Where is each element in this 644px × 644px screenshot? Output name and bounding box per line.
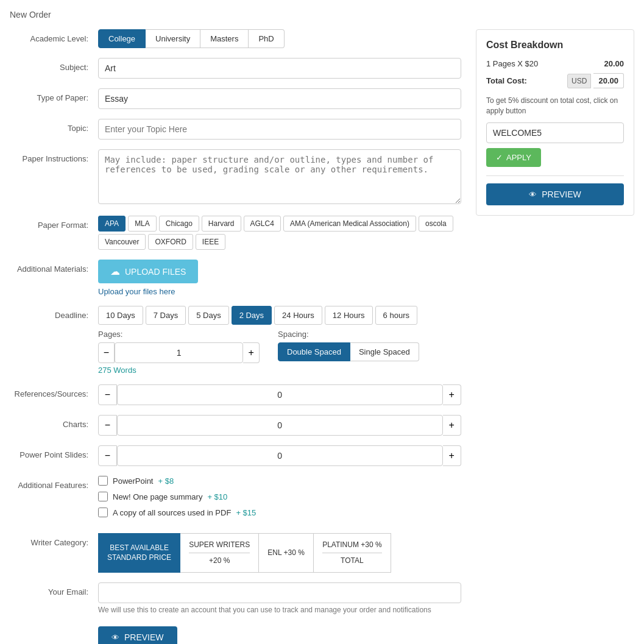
preview-button-main[interactable]: PREVIEW xyxy=(98,626,177,644)
type-of-paper-input[interactable] xyxy=(98,88,461,109)
feature-powerpoint: PowerPoint + $8 xyxy=(98,476,461,486)
cost-breakdown-title: Cost Breakdown xyxy=(486,40,624,51)
charts-input[interactable] xyxy=(117,415,443,436)
pages-input[interactable] xyxy=(115,342,243,363)
writer-enl[interactable]: ENL +30 % xyxy=(259,533,314,573)
writer-best-line2: STANDARD PRICE xyxy=(107,553,171,562)
writer-category-label: Writer Category: xyxy=(10,533,98,547)
charts-counter: − + xyxy=(98,415,461,436)
upload-files-button[interactable]: UPLOAD FILES xyxy=(98,260,198,283)
deadline-5days[interactable]: 5 Days xyxy=(188,306,228,325)
currency-badge: USD xyxy=(567,74,591,88)
page-title: New Order xyxy=(10,10,634,19)
pages-decrement[interactable]: − xyxy=(98,342,115,363)
writer-super-line2: +20 % xyxy=(209,556,230,565)
deadline-label: Deadline: xyxy=(10,306,98,320)
writer-platinum-line1: PLATINUM +30 % xyxy=(322,540,381,549)
feature-powerpoint-checkbox[interactable] xyxy=(98,476,108,486)
topic-label: Topic: xyxy=(10,119,98,133)
spacing-double[interactable]: Double Spaced xyxy=(278,342,350,361)
coupon-input[interactable] xyxy=(486,122,624,143)
paper-instructions-label: Paper Instructions: xyxy=(10,149,98,163)
references-counter: − + xyxy=(98,384,461,405)
spacing-single[interactable]: Single Spaced xyxy=(350,342,419,361)
apply-button[interactable]: APPLY xyxy=(486,148,541,167)
total-cost-label: Total Cost: xyxy=(486,76,527,85)
writer-best[interactable]: BEST AVAILABLE STANDARD PRICE xyxy=(98,533,180,573)
eye-icon-main xyxy=(111,632,119,642)
format-mla[interactable]: MLA xyxy=(128,216,157,232)
references-decrement[interactable]: − xyxy=(98,384,117,405)
sidebar-divider xyxy=(486,175,624,176)
spacing-group: Double Spaced Single Spaced xyxy=(278,342,419,361)
academic-level-phd[interactable]: PhD xyxy=(249,29,284,48)
format-apa[interactable]: APA xyxy=(98,216,126,232)
powerpoint-slides-input[interactable] xyxy=(117,445,443,466)
additional-materials-label: Additional Materials: xyxy=(10,260,98,274)
references-input[interactable] xyxy=(117,384,443,405)
format-oscola[interactable]: oscola xyxy=(419,216,453,232)
additional-features-label: Additional Features: xyxy=(10,476,98,490)
powerpoint-slides-counter: − + xyxy=(98,445,461,466)
subject-label: Subject: xyxy=(10,58,98,72)
deadline-12hours[interactable]: 12 Hours xyxy=(325,306,373,325)
deadline-2days[interactable]: 2 Days xyxy=(232,306,272,325)
feature-pdf-sources-name: A copy of all sources used in PDF xyxy=(113,508,231,517)
academic-level-masters[interactable]: Masters xyxy=(200,29,249,48)
discount-text: To get 5% discount on total cost, click … xyxy=(486,96,624,116)
pages-counter: − + xyxy=(98,342,260,363)
spacing-label: Spacing: xyxy=(278,330,419,339)
topic-input[interactable] xyxy=(98,119,461,140)
feature-pdf-sources-checkbox[interactable] xyxy=(98,508,108,517)
deadline-6hours[interactable]: 6 hours xyxy=(375,306,417,325)
writer-platinum[interactable]: PLATINUM +30 % TOTAL xyxy=(314,533,391,573)
pages-increment[interactable]: + xyxy=(243,342,260,363)
academic-level-college[interactable]: College xyxy=(98,29,146,48)
writer-category-group: BEST AVAILABLE STANDARD PRICE SUPER WRIT… xyxy=(98,533,461,573)
feature-summary-price: + $10 xyxy=(207,492,227,501)
email-input[interactable] xyxy=(98,582,461,603)
email-hint: We will use this to create an account th… xyxy=(98,606,461,614)
writer-super[interactable]: SUPER WRITERS +20 % xyxy=(180,533,259,573)
format-ieee[interactable]: IEEE xyxy=(196,234,225,250)
powerpoint-slides-increment[interactable]: + xyxy=(443,445,461,466)
references-increment[interactable]: + xyxy=(443,384,461,405)
format-aglc4[interactable]: AGLC4 xyxy=(244,216,281,232)
writer-super-line1: SUPER WRITERS xyxy=(189,540,250,549)
feature-pdf-sources: A copy of all sources used in PDF + $15 xyxy=(98,508,461,517)
preview-button-side-label: PREVIEW xyxy=(542,189,581,199)
charts-increment[interactable]: + xyxy=(443,415,461,436)
format-harvard[interactable]: Harvard xyxy=(202,216,241,232)
paper-format-label: Paper Format: xyxy=(10,216,98,230)
charts-decrement[interactable]: − xyxy=(98,415,117,436)
format-oxford[interactable]: OXFORD xyxy=(148,234,193,250)
writer-enl-line1: ENL +30 % xyxy=(267,548,305,557)
academic-level-group: College University Masters PhD xyxy=(98,29,461,48)
deadline-7days[interactable]: 7 Days xyxy=(146,306,186,325)
pages-amount: 20.00 xyxy=(604,59,624,68)
format-vancouver[interactable]: Vancouver xyxy=(98,234,146,250)
feature-powerpoint-price: + $8 xyxy=(158,476,174,486)
total-cost-value: USD 20.00 xyxy=(567,73,624,88)
deadline-10days[interactable]: 10 Days xyxy=(98,306,143,325)
charts-label: Charts: xyxy=(10,415,98,429)
pages-label: Pages: xyxy=(98,330,260,339)
feature-summary-checkbox[interactable] xyxy=(98,492,108,501)
paper-instructions-input[interactable] xyxy=(98,149,461,204)
powerpoint-slides-decrement[interactable]: − xyxy=(98,445,117,466)
cost-breakdown-panel: Cost Breakdown 1 Pages X $20 20.00 Total… xyxy=(476,29,634,216)
upload-link[interactable]: Upload your files here xyxy=(98,287,461,296)
upload-files-label: UPLOAD FILES xyxy=(125,267,186,277)
format-ama[interactable]: AMA (American Medical Association) xyxy=(283,216,416,232)
subject-input[interactable] xyxy=(98,58,461,79)
cloud-icon xyxy=(110,266,120,277)
feature-summary-name: New! One page summary xyxy=(113,492,202,501)
academic-level-university[interactable]: University xyxy=(146,29,200,48)
deadline-24hours[interactable]: 24 Hours xyxy=(274,306,322,325)
email-label: Your Email: xyxy=(10,582,98,596)
feature-powerpoint-name: PowerPoint xyxy=(113,476,153,486)
feature-pdf-sources-price: + $15 xyxy=(236,508,256,517)
format-chicago[interactable]: Chicago xyxy=(159,216,199,232)
paper-format-group: APA MLA Chicago Harvard AGLC4 AMA (Ameri… xyxy=(98,216,461,250)
preview-button-side[interactable]: PREVIEW xyxy=(486,183,624,205)
